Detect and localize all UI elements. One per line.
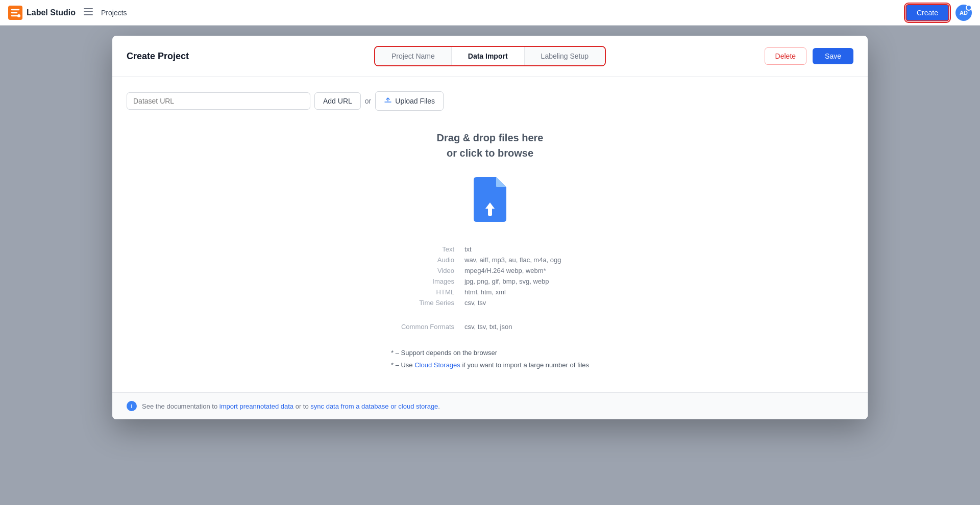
or-separator: or	[365, 97, 371, 105]
svg-rect-3	[84, 11, 93, 12]
file-formats-grid: Text txt Audio wav, aiff, mp3, au, flac,…	[362, 245, 618, 307]
svg-rect-5	[488, 208, 492, 216]
logo-icon	[8, 6, 22, 20]
drop-zone-text: Drag & drop files here or click to brows…	[437, 130, 544, 161]
footer-text: See the documentation to import preannot…	[142, 402, 440, 410]
svg-rect-2	[84, 8, 93, 9]
format-value-images: jpg, png, gif, bmp, svg, webp	[464, 277, 618, 285]
import-preannotated-link[interactable]: import preannotated data	[219, 402, 293, 410]
avatar-initials: AD	[960, 10, 968, 16]
avatar: AD	[955, 5, 972, 21]
app-name: Label Studio	[27, 8, 76, 17]
modal-header-actions: Delete Save	[762, 47, 853, 65]
dataset-url-input[interactable]	[127, 92, 310, 110]
app-logo: Label Studio	[8, 6, 76, 20]
format-label-video: Video	[362, 267, 464, 274]
format-value-audio: wav, aiff, mp3, au, flac, m4a, ogg	[464, 256, 618, 264]
page-background: Create Project Project Name Data Import …	[0, 26, 980, 505]
format-label-timeseries: Time Series	[362, 299, 464, 307]
common-formats-label: Common Formats	[362, 323, 464, 331]
common-formats-row: Common Formats csv, tsv, txt, json	[362, 323, 618, 331]
modal-tabs-wrapper: Project Name Data Import Labeling Setup	[218, 46, 762, 66]
common-formats-value: csv, tsv, txt, json	[464, 323, 618, 331]
sync-data-link[interactable]: sync data from a database or cloud stora…	[310, 402, 438, 410]
modal-header: Create Project Project Name Data Import …	[112, 36, 868, 77]
note2: * – Use Cloud Storages if you want to im…	[391, 359, 589, 371]
delete-button[interactable]: Delete	[765, 47, 806, 65]
info-icon: i	[127, 401, 137, 411]
svg-point-1	[17, 14, 20, 17]
create-button[interactable]: Create	[905, 4, 949, 21]
add-url-button[interactable]: Add URL	[314, 92, 361, 110]
format-label-text: Text	[362, 245, 464, 253]
format-value-text: txt	[464, 245, 618, 253]
save-button[interactable]: Save	[813, 48, 853, 64]
format-label-images: Images	[362, 277, 464, 285]
format-label-html: HTML	[362, 288, 464, 296]
menu-icon[interactable]	[84, 8, 93, 17]
tab-project-name[interactable]: Project Name	[375, 47, 452, 65]
notes-section: * – Support depends on the browser * – U…	[391, 347, 589, 371]
format-value-timeseries: csv, tsv	[464, 299, 618, 307]
modal-footer: i See the documentation to import preann…	[112, 392, 868, 419]
modal-title: Create Project	[127, 51, 218, 62]
modal-body[interactable]: Add URL or Upload Files Drag & drop file…	[112, 77, 868, 392]
url-row: Add URL or Upload Files	[127, 91, 853, 111]
svg-rect-4	[84, 14, 93, 15]
create-project-modal: Create Project Project Name Data Import …	[112, 36, 868, 419]
navbar: Label Studio Projects Create AD	[0, 0, 980, 26]
tab-data-import[interactable]: Data Import	[452, 47, 525, 65]
format-label-audio: Audio	[362, 256, 464, 264]
cloud-storages-link[interactable]: Cloud Storages	[414, 361, 460, 369]
upload-files-button[interactable]: Upload Files	[375, 91, 444, 111]
upload-small-icon	[384, 96, 392, 106]
drop-zone[interactable]: Drag & drop files here or click to brows…	[127, 123, 853, 378]
note1: * – Support depends on the browser	[391, 347, 589, 359]
format-value-video: mpeg4/H.264 webp, webm*	[464, 267, 618, 274]
modal-tabs: Project Name Data Import Labeling Setup	[374, 46, 606, 66]
upload-files-label: Upload Files	[395, 97, 435, 105]
format-value-html: html, htm, xml	[464, 288, 618, 296]
nav-projects: Projects	[101, 9, 127, 17]
file-upload-icon	[470, 177, 510, 225]
tab-labeling-setup[interactable]: Labeling Setup	[525, 47, 605, 65]
